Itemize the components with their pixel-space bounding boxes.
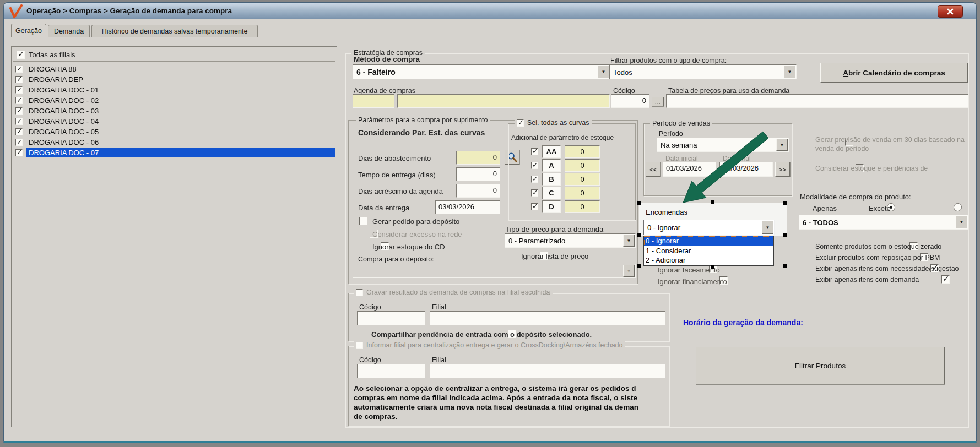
data-inicial-field[interactable]: 01/03/2026	[663, 162, 716, 177]
branch-checkbox[interactable]	[15, 86, 23, 94]
data-inicial-label: Data inicial	[665, 155, 698, 162]
selection-handle[interactable]	[637, 201, 641, 205]
tab-demanda[interactable]: Demanda	[48, 25, 90, 37]
tipo-preco-select[interactable]: 0 - Parametrizado	[505, 233, 636, 248]
centralizacao-group-title: Informar filial para centralização entre…	[366, 341, 623, 349]
branch-row[interactable]: DROGARIA DOC - 04	[13, 116, 335, 127]
branch-checkbox[interactable]	[15, 128, 23, 135]
modalidade-exceto-radio[interactable]	[954, 203, 962, 211]
curva-checkbox[interactable]	[531, 148, 538, 155]
selection-handle[interactable]	[711, 265, 714, 269]
branch-checkbox[interactable]	[15, 66, 23, 73]
compra-deposito-label: Compra para o depósito:	[358, 255, 434, 263]
modalidade-select[interactable]: 6 - TODOS	[799, 215, 968, 230]
curva-checkbox[interactable]	[531, 203, 538, 210]
branch-row[interactable]: DROGARIA DOC - 05	[13, 127, 335, 137]
tab-geracao[interactable]: Geração	[11, 24, 46, 37]
select-all-branches-checkbox[interactable]	[17, 51, 25, 59]
data-final-field[interactable]: 08/03/2026	[719, 162, 773, 177]
branch-label[interactable]: DROGARIA DOC - 05	[26, 127, 335, 137]
branch-row[interactable]: DROGARIA DOC - 02	[13, 95, 335, 106]
tabela-precos-label: Tabela de preços para uso da demanda	[668, 87, 789, 95]
agenda-nome-field[interactable]	[397, 94, 610, 108]
branch-label[interactable]: DROGARIA DEP	[26, 75, 335, 84]
branch-label[interactable]: DROGARIA DOC - 07	[26, 148, 335, 157]
tabela-precos-field[interactable]	[666, 94, 968, 108]
selection-handle[interactable]	[637, 233, 641, 237]
encomendas-option[interactable]: 1 - Considerar	[644, 246, 773, 256]
encomendas-select[interactable]: 0 - Ignorar	[643, 220, 775, 235]
tempo-entrega-field[interactable]: 0	[456, 167, 500, 181]
branch-row[interactable]: DROGARIA DOC - 06	[13, 137, 335, 148]
dropdown-arrow-icon[interactable]	[623, 235, 635, 247]
branch-row[interactable]: DROGARIA 88	[13, 64, 335, 74]
branch-row[interactable]: DROGARIA DOC - 03	[13, 106, 335, 116]
data-entrega-field[interactable]: 03/03/2026	[435, 200, 500, 214]
gravar-codigo-field[interactable]	[357, 311, 425, 325]
selection-handle[interactable]	[783, 264, 787, 268]
branch-label[interactable]: DROGARIA DOC - 03	[26, 106, 335, 116]
branch-label[interactable]: DROGARIA DOC - 06	[26, 138, 335, 147]
tabela-codigo-field[interactable]: 0	[611, 94, 649, 108]
dropdown-arrow-icon[interactable]	[598, 66, 609, 78]
selection-handle[interactable]	[783, 201, 787, 205]
branch-row[interactable]: DROGARIA DEP	[13, 74, 335, 85]
metodo-compra-select[interactable]: 6 - Falteiro	[353, 64, 610, 79]
exibir-demanda-checkbox[interactable]	[941, 275, 950, 284]
selection-handle[interactable]	[783, 233, 787, 237]
branch-label[interactable]: DROGARIA DOC - 01	[26, 85, 335, 95]
dropdown-arrow-icon[interactable]	[776, 139, 788, 151]
dropdown-arrow-icon[interactable]	[784, 66, 795, 78]
branch-label[interactable]: DROGARIA DOC - 04	[26, 117, 335, 126]
close-button[interactable]	[938, 5, 963, 18]
dropdown-arrow-icon[interactable]	[956, 216, 967, 228]
branch-checkbox[interactable]	[15, 139, 23, 146]
curva-valor-field[interactable]: 0	[565, 173, 600, 186]
branch-checkbox[interactable]	[15, 76, 23, 83]
centralizacao-checkbox[interactable]	[356, 342, 363, 349]
curva-valor-field[interactable]: 0	[565, 200, 600, 213]
encomendas-option[interactable]: 0 - Ignorar	[644, 236, 773, 246]
branch-row-selected[interactable]: DROGARIA DOC - 07	[13, 148, 335, 158]
gravar-filial-field[interactable]	[430, 311, 665, 325]
selection-handle[interactable]	[711, 200, 714, 204]
encomendas-option[interactable]: 2 - Adicionar	[644, 255, 773, 265]
modalidade-label: Modalidade de compra do produto:	[800, 193, 911, 201]
branch-label[interactable]: DROGARIA DOC - 02	[26, 96, 335, 105]
dropdown-arrow-icon[interactable]	[762, 221, 773, 234]
curva-row: A 0	[531, 159, 600, 172]
selection-handle[interactable]	[637, 264, 641, 268]
branch-checkbox[interactable]	[15, 107, 23, 115]
branch-label[interactable]: DROGARIA 88	[26, 64, 335, 74]
select-all-branches-row[interactable]: Todas as filiais	[14, 49, 334, 60]
gerar-pedido-deposito-checkbox[interactable]	[359, 217, 367, 225]
sel-todas-curvas-checkbox[interactable]	[517, 119, 524, 127]
gravar-checkbox[interactable]	[356, 289, 363, 296]
dias-acrescimo-field[interactable]: 0	[456, 184, 500, 198]
agenda-codigo-field[interactable]	[353, 94, 394, 108]
filtro-tipo-compra-select[interactable]: Todos	[609, 64, 797, 79]
centralizacao-note-line: compras em nome da filial indicada acima…	[354, 394, 665, 403]
branch-row[interactable]: DROGARIA DOC - 01	[13, 85, 335, 95]
dias-abastecimento-field[interactable]: 0	[456, 151, 500, 165]
curva-valor-field[interactable]: 0	[565, 159, 600, 172]
branch-checkbox[interactable]	[15, 118, 23, 125]
filtrar-produtos-button[interactable]: Filtrar Produtos	[696, 347, 945, 384]
tab-historico[interactable]: Histórico de demandas salvas temporariam…	[91, 25, 258, 37]
curva-checkbox[interactable]	[531, 189, 538, 197]
curva-checkbox[interactable]	[531, 162, 538, 169]
curva-checkbox[interactable]	[531, 176, 538, 183]
exibir-demanda-label: Exibir apenas itens com demanda	[815, 276, 919, 284]
periodo-prev-button[interactable]: <<	[646, 162, 660, 177]
branch-checkbox[interactable]	[15, 97, 23, 104]
screenshot-stage: Operação > Compras > Geração de demanda …	[0, 0, 980, 447]
periodo-next-button[interactable]: >>	[775, 162, 790, 177]
curva-valor-field[interactable]: 0	[565, 145, 600, 158]
centralizacao-codigo-field[interactable]	[357, 364, 425, 378]
abrir-calendario-button[interactable]: Abrir Calendário de compras	[820, 63, 968, 83]
branch-checkbox[interactable]	[15, 149, 23, 156]
curva-valor-field[interactable]: 0	[565, 187, 600, 199]
centralizacao-filial-field[interactable]	[430, 364, 665, 378]
tabela-browse-button[interactable]: ...	[652, 97, 664, 106]
periodo-select[interactable]: Na semana	[657, 138, 789, 152]
